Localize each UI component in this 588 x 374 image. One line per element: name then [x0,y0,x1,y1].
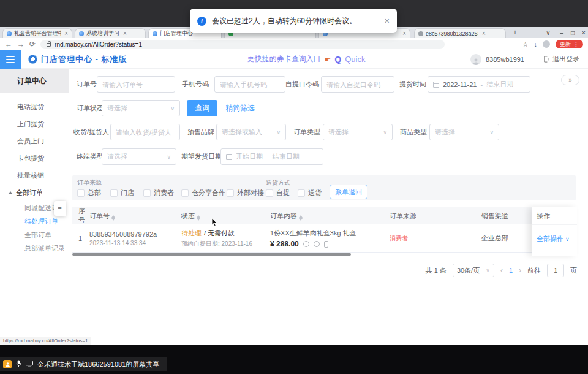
select-placeholder: 请选择 [328,128,349,137]
order-no-input[interactable] [97,76,175,93]
pickup-start-date[interactable]: 2022-11-21 [443,81,477,88]
logout-button[interactable]: 退出登录 [543,55,579,64]
checkbox-self-pickup[interactable]: 自提 [266,188,290,197]
window-maximize-button[interactable]: □ [567,27,578,38]
app-title: 门店管理中心 - 标准版 [41,54,127,65]
col-channel: 销售渠道 [481,212,530,221]
browser-tab-2[interactable]: 系统培训学习 × [75,28,146,38]
checkbox-delivery[interactable]: 送货 [298,188,322,197]
ship-start-placeholder[interactable]: 开始日期 [236,152,263,161]
download-icon[interactable]: ↓ [534,40,538,48]
checkbox-store[interactable]: 门店 [110,188,134,197]
simplify-filter-link[interactable]: 精简筛选 [225,100,255,116]
horizontal-scrollbar-thumb[interactable] [72,253,351,256]
phone-input[interactable] [214,76,285,93]
page-size-select[interactable]: 30条/页 ∨ [453,264,494,277]
checkbox-consumer[interactable]: 消费者 [143,188,174,197]
checkbox-icon[interactable] [77,189,85,197]
sidebar-item-pending-orders[interactable]: 待处理订单 [0,215,69,228]
dispatch-return-button[interactable]: 派单退回 [330,185,368,199]
sort-icon[interactable] [197,215,200,221]
checkbox-icon[interactable] [181,189,189,197]
sort-icon[interactable] [299,215,303,221]
sidebar-item-phone-pickup[interactable]: 电话提货 [0,98,69,115]
globe-favicon [418,31,423,36]
col-order-no[interactable]: 订单号 [89,212,181,221]
terminal-type-select[interactable]: 请选择 ∨ [102,148,176,165]
all-operations-dropdown[interactable]: 全部操作 ∨ [532,224,577,253]
filter-collapse-button[interactable]: » [561,75,579,85]
select-placeholder: 请选择 [107,104,127,113]
profile-avatar-icon[interactable] [543,40,550,48]
delivery-method-caption: 送货方式 [266,178,290,187]
quick-entry-link[interactable]: 更快捷的券卡查询入口 [247,54,321,64]
checkbox-icon[interactable] [143,189,151,197]
chevron-down-icon: ∨ [383,129,387,135]
tab-close-icon[interactable]: × [482,30,486,37]
bookmark-star-icon[interactable]: ☆ [522,40,529,48]
checkbox-icon[interactable] [266,189,273,197]
browser-tab-6[interactable]: e8c573980b1328a258fd2e6 × [414,28,506,38]
checkbox-external[interactable]: 外部对接 [227,188,264,197]
pickup-time-range-picker[interactable]: 2022-11-21 - 结束日期 [428,76,530,93]
order-type-select[interactable]: 请选择 ∨ [323,124,393,140]
toast-close-icon[interactable]: × [385,16,390,26]
checkbox-icon[interactable] [110,189,118,197]
order-status-label: 订单状态 [77,100,104,116]
checkbox-hq[interactable]: 总部 [77,188,101,197]
hamburger-menu-button[interactable] [0,50,21,69]
sidebar-item-batch-verify[interactable]: 批量核销 [0,167,69,184]
pagination: 共 1 条 30条/页 ∨ ‹ 1 › 前往 页 [0,264,577,277]
search-button[interactable]: 查询 [187,100,217,116]
sidebar-item-all-orders[interactable]: 全部订单 [0,228,69,242]
col-status[interactable]: 状态 [181,212,270,221]
quick-label[interactable]: Quick [345,55,365,64]
url-text: rnd.maboy.cn/AllOrder?status=1 [55,41,142,48]
new-tab-button[interactable]: + [511,29,519,37]
tab-close-icon[interactable]: × [64,30,68,37]
pickup-end-placeholder[interactable]: 结束日期 [486,80,513,89]
checkbox-label: 门店 [121,188,134,197]
current-page[interactable]: 1 [509,267,513,274]
presale-brand-select[interactable]: 请选择或输入 ∨ [216,124,286,140]
ship-end-placeholder[interactable]: 结束日期 [273,152,300,161]
table-row[interactable]: 1 83859345088979792a 2023-11-13 14:33:34… [72,224,577,253]
address-bar[interactable]: rnd.maboy.cn/AllOrder?status=1 [40,40,445,49]
sidebar-collapse-handle[interactable]: ≡ [54,201,66,216]
pickup-code-input[interactable] [321,76,394,93]
tab-favicon [153,31,157,36]
tab-close-icon[interactable]: × [402,30,406,37]
receiver-input[interactable] [110,124,180,140]
window-minimize-button[interactable]: – [556,27,567,38]
sidebar-item-door-pickup[interactable]: 上门提货 [0,115,69,132]
quick-search-icon[interactable]: Q [334,55,341,64]
sidebar-group-all-orders[interactable]: 全部订单 [0,184,69,201]
reload-icon[interactable]: ⟳ [29,40,36,48]
col-content[interactable]: 订单内容 [270,212,390,221]
prev-page-button[interactable]: ‹ [500,266,503,275]
tab-title: e8c573980b1328a258fd2e6 [426,31,478,37]
ship-date-label: 期望发货日期 [181,148,222,165]
sidebar-item-card-pickup[interactable]: 卡包提货 [0,150,69,167]
sidebar-item-hq-dispatch-log[interactable]: 总部派单记录 [0,242,69,255]
checkbox-warehouse-coop[interactable]: 仓分享合作 [181,188,225,197]
back-icon[interactable]: ← [5,40,12,48]
goto-page-input[interactable] [547,264,564,277]
product-type-select[interactable]: 请选择 ∨ [429,124,499,140]
sort-icon[interactable] [111,215,115,221]
forward-icon[interactable]: → [17,40,24,48]
sidebar-item-member-visit[interactable]: 会员上门 [0,132,69,150]
tab-search-icon[interactable]: ∨ [543,27,554,38]
cell-channel: 企业总部 [481,234,530,243]
checkbox-icon[interactable] [227,189,234,197]
window-close-button[interactable]: × [578,27,588,38]
chrome-update-button[interactable]: 更新 ⋮ [556,40,583,48]
menu-kebab-icon[interactable]: ⋮ [573,41,579,47]
order-status-select[interactable]: 请选择 ∨ [102,100,180,116]
browser-tab-1[interactable]: 礼盒营销平台管理中心 × [2,28,72,38]
total-count: 共 1 条 [426,266,447,275]
ship-date-range-picker[interactable]: 开始日期 - 结束日期 [221,148,323,165]
next-page-button[interactable]: › [519,266,521,275]
checkbox-icon[interactable] [298,189,305,197]
tab-close-icon[interactable]: × [123,30,127,37]
